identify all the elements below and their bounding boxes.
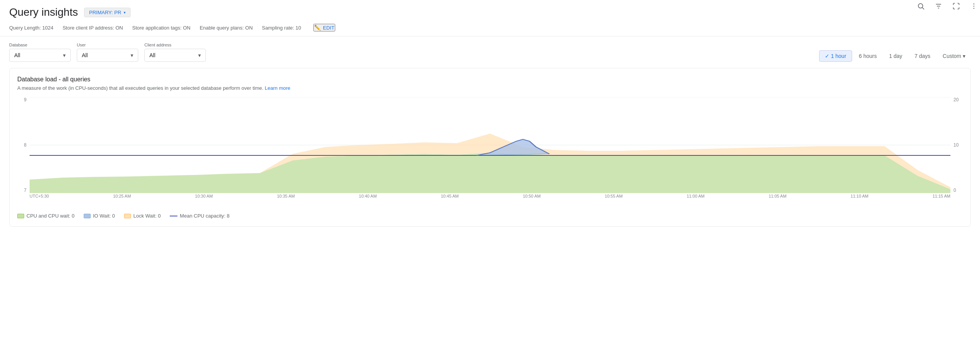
x-axis-label-1045: 10:45 AM: [441, 194, 459, 208]
legend-cpu-capacity: Mean CPU capacity: 8: [170, 213, 229, 219]
page-header: Query insights PRIMARY: PR ▾: [0, 0, 980, 21]
x-axis-label-utc: UTC+5:30: [30, 194, 49, 208]
svg-line-1: [922, 8, 924, 10]
legend-lock-label: Lock Wait: 0: [133, 213, 161, 219]
store-ip-label: Store client IP address: ON: [63, 25, 123, 31]
legend-cpu-label: CPU and CPU wait: 0: [26, 213, 74, 219]
svg-point-5: [973, 3, 975, 4]
meta-row: Query Length: 1024 Store client IP addre…: [0, 21, 980, 36]
user-label: User: [77, 43, 138, 47]
chevron-down-icon: ▾: [131, 52, 133, 58]
y-axis-right-mid: 10: [954, 142, 963, 148]
chevron-down-icon: ▾: [198, 52, 201, 58]
database-value: All: [14, 52, 20, 58]
client-address-filter: Client address All ▾: [144, 43, 206, 62]
more-options-icon[interactable]: [968, 0, 980, 12]
x-axis-label-1050: 10:50 AM: [523, 194, 540, 208]
filter-icon[interactable]: [932, 0, 945, 12]
chevron-down-icon: ▾: [963, 53, 965, 59]
query-plans-label: Enable query plans: ON: [200, 25, 253, 31]
edit-button[interactable]: ✏️ EDIT: [313, 24, 335, 31]
chevron-down-icon: ▾: [63, 52, 66, 58]
primary-pr-button[interactable]: PRIMARY: PR ▾: [84, 8, 131, 17]
filters-row: Database All ▾ User All ▾ Client address…: [0, 36, 980, 68]
chart-legend: CPU and CPU wait: 0 IO Wait: 0 Lock Wait…: [17, 208, 963, 219]
page-title: Query insights: [9, 6, 78, 18]
learn-more-link[interactable]: Learn more: [265, 85, 290, 91]
x-axis-label-1115: 11:15 AM: [932, 194, 950, 208]
time-7days-button[interactable]: 7 days: [909, 51, 936, 61]
legend-lock: Lock Wait: 0: [124, 213, 161, 219]
chart-toolbar: [915, 0, 980, 12]
store-tags-label: Store application tags: ON: [132, 25, 190, 31]
chevron-down-icon: ▾: [124, 10, 126, 15]
user-filter: User All ▾: [77, 43, 138, 62]
chart-container: 9 8 7 20 10 0: [17, 97, 963, 208]
primary-pr-label: PRIMARY: PR: [89, 10, 121, 15]
database-label: Database: [9, 43, 71, 47]
chart-title: Database load - all queries: [17, 76, 290, 83]
y-axis-right-top: 20: [954, 97, 963, 102]
lock-legend-color: [124, 214, 131, 218]
chart-svg: [30, 97, 950, 193]
x-axis-label-1105: 11:05 AM: [769, 194, 786, 208]
client-address-label: Client address: [144, 43, 206, 47]
chart-subtitle: A measure of the work (in CPU-seconds) t…: [17, 85, 290, 91]
io-legend-color: [84, 214, 91, 218]
database-select[interactable]: All ▾: [9, 49, 71, 62]
svg-point-7: [973, 8, 975, 9]
x-axis-label-1040: 10:40 AM: [359, 194, 377, 208]
legend-io-label: IO Wait: 0: [93, 213, 115, 219]
chart-section: Database load - all queries A measure of…: [9, 68, 971, 227]
user-value: All: [82, 52, 88, 58]
legend-cpu: CPU and CPU wait: 0: [17, 213, 74, 219]
fullscreen-icon[interactable]: [950, 0, 962, 12]
x-axis-label-1100: 11:00 AM: [687, 194, 704, 208]
search-icon[interactable]: [915, 0, 927, 12]
svg-point-0: [918, 3, 923, 8]
legend-cpu-capacity-label: Mean CPU capacity: 8: [180, 213, 229, 219]
x-axis-label-1030: 10:30 AM: [195, 194, 213, 208]
x-axis-label-1110: 11:10 AM: [851, 194, 868, 208]
time-range-filters: ✓ 1 hour 6 hours 1 day 7 days Custom ▾: [819, 50, 971, 62]
sampling-rate-label: Sampling rate: 10: [262, 25, 301, 31]
time-1day-button[interactable]: 1 day: [884, 51, 907, 61]
user-select[interactable]: All ▾: [77, 49, 138, 62]
client-address-select[interactable]: All ▾: [144, 49, 206, 62]
time-custom-button[interactable]: Custom ▾: [937, 51, 971, 61]
database-filter: Database All ▾: [9, 43, 71, 62]
checkmark-icon: ✓: [825, 53, 829, 59]
y-axis-right-bottom: 0: [954, 188, 963, 193]
cpu-legend-color: [17, 214, 24, 218]
pencil-icon: ✏️: [314, 25, 321, 31]
y-axis-left-mid: 8: [17, 142, 26, 148]
cpu-capacity-legend-line: [170, 216, 177, 216]
time-1hour-button[interactable]: ✓ 1 hour: [819, 50, 852, 62]
legend-io: IO Wait: 0: [84, 213, 115, 219]
client-address-value: All: [149, 52, 156, 58]
x-axis-label-1055: 10:55 AM: [605, 194, 622, 208]
y-axis-left-top: 9: [17, 97, 26, 102]
x-axis-label-1025: 10:25 AM: [113, 194, 131, 208]
x-axis-label-1035: 10:35 AM: [277, 194, 295, 208]
query-length-label: Query Length: 1024: [9, 25, 53, 31]
svg-point-6: [973, 6, 975, 7]
y-axis-left-bottom: 7: [17, 188, 26, 193]
time-6hours-button[interactable]: 6 hours: [854, 51, 882, 61]
